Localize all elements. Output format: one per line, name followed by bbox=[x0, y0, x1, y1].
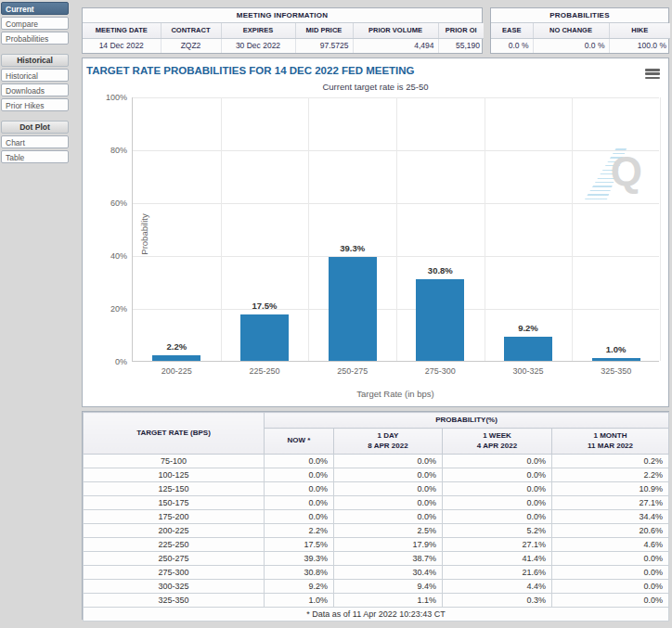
y-tick-label: 20% bbox=[110, 304, 127, 314]
probability-cell: 0.0% bbox=[265, 455, 334, 468]
category-325-350: 1.0%325-350 bbox=[572, 97, 660, 361]
probability-cell: 1.1% bbox=[334, 594, 443, 608]
sidebar-item-prior-hikes[interactable]: Prior Hikes bbox=[1, 98, 69, 111]
probability-cell: 17.5% bbox=[265, 538, 334, 552]
probability-cell: 0.0% bbox=[334, 455, 443, 468]
x-tick-label: 200-225 bbox=[133, 366, 221, 376]
column-header-1-week: 1 WEEK4 APR 2022 bbox=[443, 429, 552, 455]
sidebar-item-downloads[interactable]: Downloads bbox=[1, 83, 69, 96]
column-header-expires: EXPIRES bbox=[221, 23, 295, 38]
bar-275-300[interactable] bbox=[416, 279, 464, 361]
x-tick-label: 275-300 bbox=[396, 366, 485, 376]
column-header-hike: HIKE bbox=[609, 23, 670, 38]
probability-table-panel: TARGET RATE (BPS) PROBABILITY(%) NOW *1 … bbox=[82, 411, 669, 620]
header-line2: 11 MAR 2022 bbox=[552, 442, 668, 452]
probability-cell: 0.0% bbox=[552, 580, 669, 594]
column-header-no-change: NO CHANGE bbox=[533, 23, 609, 38]
probability-cell: 0.0% bbox=[552, 552, 669, 566]
x-axis-title: Target Rate (in bps) bbox=[132, 389, 659, 399]
probability-cell: 2.5% bbox=[334, 524, 443, 538]
column-header-1-month: 1 MONTH11 MAR 2022 bbox=[552, 429, 669, 455]
target-rate-cell: 175-200 bbox=[84, 510, 265, 524]
target-rate-cell: 75-100 bbox=[84, 455, 265, 468]
sidebar-item-current[interactable]: Current bbox=[1, 2, 69, 15]
y-tick-label: 100% bbox=[106, 93, 127, 102]
data-as-of-footnote: * Data as of 11 Apr 2022 10:23:43 CT bbox=[84, 608, 669, 622]
value-prior-volume: 4,494 bbox=[353, 38, 438, 53]
sidebar-item-table[interactable]: Table bbox=[1, 150, 69, 163]
header-line1: 1 WEEK bbox=[443, 431, 551, 442]
value-no-change: 0.0 % bbox=[533, 38, 609, 53]
table-row-125-150: 125-1500.0%0.0%0.0%10.9% bbox=[84, 482, 669, 496]
y-tick-label: 80% bbox=[110, 146, 127, 155]
probability-cell: 0.0% bbox=[265, 468, 334, 482]
header-line2: 4 APR 2022 bbox=[443, 442, 551, 452]
value-prior-oi: 55,190 bbox=[438, 38, 484, 53]
target-rate-cell: 300-325 bbox=[84, 580, 265, 594]
chart-subtitle: Current target rate is 25-50 bbox=[83, 82, 668, 92]
category-225-250: 17.5%225-250 bbox=[221, 97, 309, 361]
target-rate-cell: 275-300 bbox=[84, 566, 265, 580]
probability-cell: 20.6% bbox=[552, 524, 669, 538]
probability-cell: 5.2% bbox=[443, 524, 552, 538]
probability-cell: 0.0% bbox=[265, 496, 334, 510]
sidebar-item-historical[interactable]: Historical bbox=[1, 69, 69, 82]
x-tick-label: 250-275 bbox=[308, 366, 396, 376]
sidebar: CurrentCompareProbabilitiesHistoricalHis… bbox=[1, 2, 69, 165]
probability-cell: 4.6% bbox=[552, 538, 669, 552]
column-header-prior-oi: PRIOR OI bbox=[438, 23, 484, 38]
chart-plot-area: Probability Q 0%20%40%60%80%100%2.2%200-… bbox=[132, 97, 659, 362]
probability-cell: 0.0% bbox=[443, 468, 552, 482]
probability-cell: 41.4% bbox=[443, 552, 552, 566]
probability-cell: 10.9% bbox=[552, 482, 669, 496]
x-tick-label: 225-250 bbox=[221, 366, 309, 376]
probability-cell: 4.4% bbox=[443, 580, 552, 594]
category-300-325: 9.2%300-325 bbox=[485, 97, 573, 361]
table-row-300-325: 300-3259.2%9.4%4.4%0.0% bbox=[84, 580, 669, 594]
table-row-75-100: 75-1000.0%0.0%0.0%0.2% bbox=[84, 455, 669, 468]
x-tick-label: 300-325 bbox=[485, 366, 573, 376]
bar-data-label: 17.5% bbox=[252, 301, 278, 311]
bar-data-label: 1.0% bbox=[606, 344, 627, 354]
table-row-275-300: 275-30030.8%30.4%21.6%0.0% bbox=[84, 566, 669, 580]
bar-data-label: 2.2% bbox=[167, 341, 187, 352]
x-gridline bbox=[660, 97, 661, 361]
category-250-275: 39.3%250-275 bbox=[308, 97, 396, 361]
probability-cell: 2.2% bbox=[265, 524, 334, 538]
target-rate-cell: 200-225 bbox=[84, 524, 265, 538]
column-header-probability-group: PROBABILITY(%) bbox=[265, 413, 669, 429]
bar-325-350[interactable] bbox=[592, 358, 640, 361]
probability-cell: 34.4% bbox=[552, 510, 669, 524]
sidebar-item-chart[interactable]: Chart bbox=[1, 135, 69, 148]
sidebar-item-compare[interactable]: Compare bbox=[1, 17, 69, 30]
header-line1: NOW * bbox=[265, 436, 333, 446]
bar-200-225[interactable] bbox=[152, 355, 200, 361]
table-row-150-175: 150-1750.0%0.0%0.0%27.1% bbox=[84, 496, 669, 510]
header-line1: 1 MONTH bbox=[552, 431, 668, 442]
meeting-info-table: MEETING DATECONTRACTEXPIRESMID PRICEPRIO… bbox=[83, 23, 484, 53]
chart-title: TARGET RATE PROBABILITIES FOR 14 DEC 202… bbox=[86, 65, 415, 76]
bar-250-275[interactable] bbox=[329, 257, 377, 361]
target-rate-cell: 250-275 bbox=[84, 552, 265, 566]
probability-cell: 2.2% bbox=[552, 468, 669, 482]
probability-cell: 0.0% bbox=[552, 566, 669, 580]
column-header-now-: NOW * bbox=[265, 429, 334, 455]
header-line1: 1 DAY bbox=[334, 431, 442, 442]
column-header-prior-volume: PRIOR VOLUME bbox=[353, 23, 438, 38]
fedwatch-page: CurrentCompareProbabilitiesHistoricalHis… bbox=[0, 0, 672, 628]
sidebar-item-probabilities[interactable]: Probabilities bbox=[1, 32, 69, 45]
chart-context-menu-icon[interactable] bbox=[645, 69, 660, 79]
probability-cell: 9.2% bbox=[265, 580, 334, 594]
target-rate-cell: 225-250 bbox=[84, 538, 265, 552]
target-rate-cell: 150-175 bbox=[84, 496, 265, 510]
column-header-mid-price: MID PRICE bbox=[295, 23, 353, 38]
y-tick-label: 60% bbox=[110, 199, 127, 208]
probability-cell: 0.2% bbox=[552, 455, 669, 468]
column-header-target-rate: TARGET RATE (BPS) bbox=[84, 413, 265, 455]
bar-300-325[interactable] bbox=[504, 337, 552, 361]
value-ease: 0.0 % bbox=[491, 38, 533, 53]
bar-225-250[interactable] bbox=[240, 314, 289, 361]
y-tick-label: 40% bbox=[110, 251, 127, 261]
probability-table: TARGET RATE (BPS) PROBABILITY(%) NOW *1 … bbox=[83, 412, 669, 622]
probability-cell: 30.8% bbox=[265, 566, 334, 580]
